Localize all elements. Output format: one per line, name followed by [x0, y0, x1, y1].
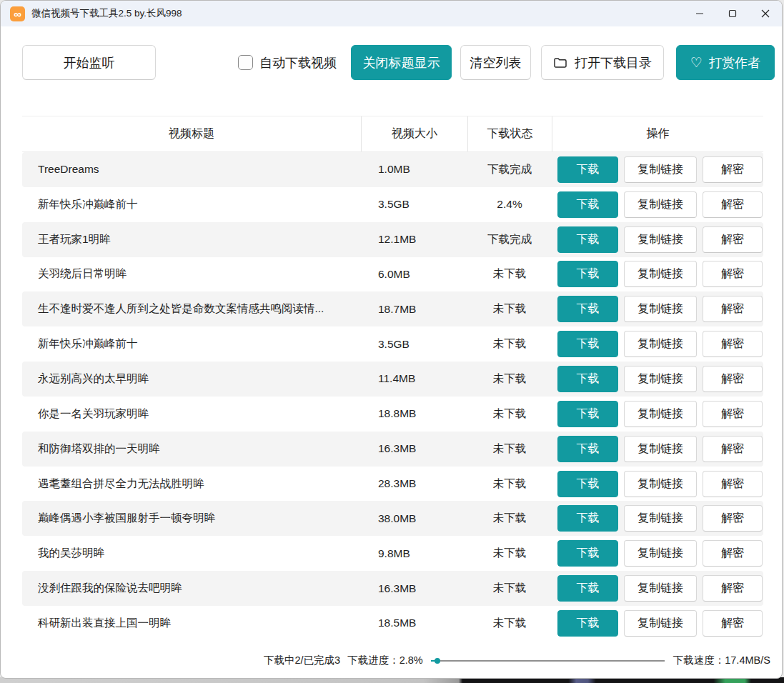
row-copy-link-button[interactable]: 复制链接 [624, 540, 697, 567]
row-copy-link-button[interactable]: 复制链接 [624, 471, 697, 497]
video-title: 你是一名关羽玩家明眸 [22, 407, 361, 422]
row-actions: 下载 复制链接 解密 [552, 261, 763, 287]
row-actions: 下载 复制链接 解密 [552, 610, 763, 637]
auto-download-checkbox[interactable] [238, 55, 253, 70]
minimize-icon [695, 9, 704, 18]
row-download-button[interactable]: 下载 [557, 471, 618, 497]
table-row: 科研新出装直接上国一明眸 18.5MB 未下载 下载 复制链接 解密 [22, 606, 763, 641]
row-download-button[interactable]: 下载 [557, 540, 618, 567]
row-download-button[interactable]: 下载 [557, 261, 618, 287]
row-decrypt-button[interactable]: 解密 [703, 540, 763, 567]
folder-icon [553, 56, 567, 69]
minimize-button[interactable] [683, 1, 716, 26]
download-status: 未下载 [467, 336, 552, 352]
row-decrypt-button[interactable]: 解密 [703, 331, 763, 357]
open-download-dir-button[interactable]: 打开下载目录 [541, 45, 664, 80]
row-actions: 下载 复制链接 解密 [552, 226, 763, 253]
row-copy-link-button[interactable]: 复制链接 [624, 575, 697, 602]
table-row: TreeDreams 1.0MB 下载完成 下载 复制链接 解密 [22, 152, 763, 187]
row-decrypt-button[interactable]: 解密 [703, 471, 763, 497]
row-download-button[interactable]: 下载 [557, 226, 618, 253]
video-size: 28.3MB [361, 477, 467, 490]
row-decrypt-button[interactable]: 解密 [703, 156, 763, 183]
maximize-button[interactable] [716, 1, 749, 26]
statusbar: 下载中2/已完成3下载进度：2.8% 下载速度：17.4MB/S [1, 649, 782, 673]
video-title: 生不逢时爱不逢人所到之处皆是命数文案情感共鸣阅读情... [22, 301, 361, 316]
row-download-button[interactable]: 下载 [557, 156, 618, 183]
video-title: 和防御塔双排的一天明眸 [22, 442, 361, 457]
video-size: 18.8MB [361, 407, 467, 420]
clear-list-button[interactable]: 清空列表 [460, 45, 531, 80]
auto-download-label: 自动下载视频 [259, 54, 337, 71]
video-title: 关羽绕后日常明眸 [22, 266, 361, 281]
table-row: 关羽绕后日常明眸 6.0MB 未下载 下载 复制链接 解密 [22, 257, 763, 292]
start-listen-button[interactable]: 开始监听 [22, 45, 156, 80]
row-download-button[interactable]: 下载 [557, 436, 618, 462]
speed-value: 17.4MB/S [725, 654, 770, 666]
close-icon [761, 9, 770, 18]
row-actions: 下载 复制链接 解密 [552, 505, 763, 532]
row-actions: 下载 复制链接 解密 [552, 331, 763, 357]
row-decrypt-button[interactable]: 解密 [703, 261, 763, 287]
speed-readout: 下载速度：17.4MB/S [673, 654, 770, 667]
row-copy-link-button[interactable]: 复制链接 [624, 401, 697, 427]
row-copy-link-button[interactable]: 复制链接 [624, 331, 697, 357]
row-decrypt-button[interactable]: 解密 [703, 296, 763, 322]
window-controls [683, 1, 782, 26]
row-copy-link-button[interactable]: 复制链接 [624, 505, 697, 532]
video-size: 16.3MB [361, 582, 467, 595]
reward-author-button[interactable]: ♡ 打赏作者 [676, 45, 775, 80]
titlebar: ∞ 微信视频号下载工具2.5 by.长风998 [1, 1, 782, 26]
row-download-button[interactable]: 下载 [557, 191, 618, 218]
row-download-button[interactable]: 下载 [557, 575, 618, 602]
row-download-button[interactable]: 下载 [557, 401, 618, 427]
row-decrypt-button[interactable]: 解密 [703, 575, 763, 602]
row-copy-link-button[interactable]: 复制链接 [624, 191, 697, 218]
row-download-button[interactable]: 下载 [557, 331, 618, 357]
toggle-title-display-button[interactable]: 关闭标题显示 [351, 45, 452, 80]
row-actions: 下载 复制链接 解密 [552, 471, 763, 497]
download-status: 下载完成 [467, 162, 552, 177]
row-decrypt-button[interactable]: 解密 [703, 401, 763, 427]
row-download-button[interactable]: 下载 [557, 505, 618, 532]
table-row: 王者玩家1明眸 12.1MB 下载完成 下载 复制链接 解密 [22, 222, 763, 257]
row-copy-link-button[interactable]: 复制链接 [624, 156, 697, 183]
row-copy-link-button[interactable]: 复制链接 [624, 610, 697, 637]
row-download-button[interactable]: 下载 [557, 610, 618, 637]
close-button[interactable] [749, 1, 782, 26]
row-decrypt-button[interactable]: 解密 [703, 610, 763, 637]
row-decrypt-button[interactable]: 解密 [703, 366, 763, 392]
row-actions: 下载 复制链接 解密 [552, 401, 763, 427]
row-decrypt-button[interactable]: 解密 [703, 191, 763, 218]
row-copy-link-button[interactable]: 复制链接 [624, 366, 697, 392]
video-title: TreeDreams [22, 163, 361, 176]
download-progress-slider[interactable] [431, 656, 665, 666]
slider-thumb[interactable] [435, 658, 440, 664]
row-download-button[interactable]: 下载 [557, 296, 618, 322]
auto-download-checkbox-group[interactable]: 自动下载视频 [238, 54, 337, 71]
row-decrypt-button[interactable]: 解密 [703, 226, 763, 253]
row-decrypt-button[interactable]: 解密 [703, 505, 763, 532]
table-row: 新年快乐冲巅峰前十 3.5GB 未下载 下载 复制链接 解密 [22, 326, 763, 362]
table-row: 遇耄耋组合拼尽全力无法战胜明眸 28.3MB 未下载 下载 复制链接 解密 [22, 467, 763, 502]
row-copy-link-button[interactable]: 复制链接 [624, 261, 697, 287]
app-window: ∞ 微信视频号下载工具2.5 by.长风998 开始监听 [0, 0, 783, 679]
speed-label: 下载速度： [673, 654, 725, 666]
video-size: 18.7MB [361, 303, 467, 316]
row-copy-link-button[interactable]: 复制链接 [624, 436, 697, 462]
video-title: 我的吴莎明眸 [22, 546, 361, 561]
header-video-size: 视频大小 [361, 116, 467, 151]
video-title: 王者玩家1明眸 [22, 232, 361, 247]
table-row: 生不逢时爱不逢人所到之处皆是命数文案情感共鸣阅读情... 18.7MB 未下载 … [22, 291, 763, 326]
row-copy-link-button[interactable]: 复制链接 [624, 296, 697, 322]
table-row: 我的吴莎明眸 9.8MB 未下载 下载 复制链接 解密 [22, 536, 763, 571]
row-actions: 下载 复制链接 解密 [552, 296, 763, 322]
table-row: 没刹住跟我的保险说去吧明眸 16.3MB 未下载 下载 复制链接 解密 [22, 571, 763, 606]
row-copy-link-button[interactable]: 复制链接 [624, 226, 697, 253]
row-decrypt-button[interactable]: 解密 [703, 436, 763, 462]
row-download-button[interactable]: 下载 [557, 366, 618, 392]
video-title: 新年快乐冲巅峰前十 [22, 336, 361, 352]
table-body: TreeDreams 1.0MB 下载完成 下载 复制链接 解密 新年快乐冲巅峰… [22, 152, 763, 641]
table-row: 你是一名关羽玩家明眸 18.8MB 未下载 下载 复制链接 解密 [22, 397, 763, 432]
video-title: 遇耄耋组合拼尽全力无法战胜明眸 [22, 477, 361, 492]
